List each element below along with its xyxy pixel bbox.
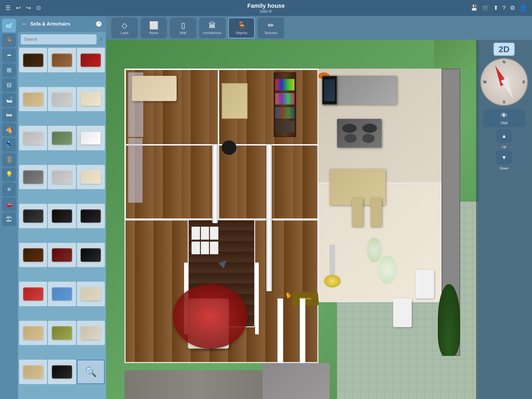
topbar-center: Family house 2680 ft² [247, 2, 285, 14]
furniture-item-7[interactable] [19, 126, 47, 150]
furniture-item-9[interactable] [77, 126, 105, 150]
sidebar-icon-table[interactable]: ━ [2, 48, 16, 62]
save-icon[interactable]: 💾 [471, 5, 478, 11]
sidebar-icon-outdoor[interactable]: ⛱ [2, 212, 16, 226]
topbar-right: 💾 🛒 ⬆ ? ⚙ 👤 [471, 5, 527, 11]
wall-inner-h [124, 144, 318, 146]
sidebar-icon-kitchen[interactable]: ⊞ [2, 63, 16, 77]
toolbar-objects[interactable]: 🪑 Objects [228, 18, 255, 38]
account-icon[interactable]: 👤 [519, 5, 527, 11]
furniture-item-4[interactable] [19, 87, 47, 111]
compass-needle-white [501, 78, 516, 100]
large-plant [438, 284, 460, 356]
left-panel: ← Sofa & Armchairs 🕐 ✕ [18, 16, 106, 399]
furniture-item-17[interactable] [48, 243, 76, 267]
bookshelf [274, 72, 296, 137]
cart-icon[interactable]: 🛒 [482, 5, 489, 11]
sidebar-icon-radiator[interactable]: ≡ [2, 182, 16, 196]
stove [337, 119, 382, 148]
sidebar-icon-ladder[interactable]: 🪜 [2, 153, 16, 167]
settings-icon[interactable]: ⚙ [510, 5, 515, 11]
photo-frames [192, 227, 221, 255]
sofa-topleft [132, 76, 177, 101]
furniture-item-18[interactable] [77, 243, 105, 267]
sidebar-icon-lamp[interactable]: 💡 [2, 168, 16, 181]
furniture-item-26[interactable] [48, 360, 76, 384]
furniture-item-22[interactable] [19, 321, 47, 345]
sidebar-icon-office[interactable]: 💺 [2, 138, 16, 152]
furniture-item-11[interactable] [48, 165, 76, 189]
furniture-item-27-search[interactable]: 🔍 [77, 360, 105, 384]
camera-icon[interactable]: ⊙ [36, 5, 41, 11]
furniture-item-16[interactable] [19, 243, 47, 267]
sidebar-icon-stove[interactable]: ⊟ [2, 78, 16, 92]
outdoor-chair-2 [415, 270, 434, 298]
furniture-item-24[interactable] [77, 321, 105, 345]
land-label: Land [121, 31, 128, 35]
app-subtitle: 2680 ft² [247, 9, 285, 14]
furniture-item-15[interactable] [77, 204, 105, 228]
furniture-item-8[interactable] [48, 126, 76, 150]
toolbar-wall[interactable]: ▯ Wall [170, 18, 196, 38]
front-path [124, 370, 274, 399]
pot [222, 140, 236, 155]
up-button[interactable]: ▲ [496, 129, 512, 143]
history-icon[interactable]: 🕐 [95, 21, 102, 27]
furniture-item-12[interactable] [77, 165, 105, 189]
furniture-item-23[interactable] [48, 321, 76, 345]
furniture-item-20[interactable] [48, 282, 76, 306]
sidebar-icon-bed[interactable]: 🛏 [2, 108, 16, 122]
search-clear-button[interactable]: ✕ [99, 36, 103, 43]
sidebar-icon-chair[interactable]: 🪑 [2, 34, 16, 47]
bar-stool-1 [352, 198, 363, 227]
toolbar-land[interactable]: ◇ Land [111, 18, 138, 38]
redo-icon[interactable]: ↪ [26, 5, 31, 11]
furniture-item-10[interactable] [19, 165, 47, 189]
sidebar-icon-vehicle[interactable]: 🚗 [2, 197, 16, 211]
visit-button[interactable]: 👁 Visit [483, 109, 525, 127]
furniture-item-5[interactable] [48, 87, 76, 111]
help-icon[interactable]: ? [502, 5, 506, 11]
porch-column-2 [300, 298, 305, 370]
search-bar: ✕ [18, 32, 106, 47]
search-input[interactable] [21, 34, 97, 44]
view-2d-button[interactable]: 2D [493, 43, 515, 56]
menu-icon[interactable]: ☰ [5, 5, 11, 11]
furniture-item-19[interactable] [19, 282, 47, 306]
architecture-label: Architecture [203, 31, 221, 35]
back-button[interactable]: ← [22, 20, 28, 27]
pillar-1 [212, 144, 218, 223]
up-arrow: ▲ [501, 133, 507, 139]
furniture-item-13[interactable] [19, 204, 47, 228]
furniture-item-2[interactable] [48, 48, 76, 72]
tv-screen [322, 76, 337, 105]
textures-label: Textures [264, 31, 277, 35]
item-grid: 🔍 [18, 47, 106, 399]
toolbar-textures[interactable]: ✏ Textures [257, 18, 284, 38]
furniture-item-25[interactable] [19, 360, 47, 384]
sidebar-icon-bath[interactable]: 🛁 [2, 93, 16, 107]
furniture-item-6[interactable] [77, 87, 105, 111]
cat-silhouette: 🐈 [285, 292, 292, 298]
furniture-item-1[interactable] [19, 48, 47, 72]
furniture-item-21[interactable] [77, 282, 105, 306]
house-visual[interactable]: Welcome 🐈 ▲ [106, 40, 479, 399]
visit-icon: 👁 [501, 111, 508, 120]
undo-icon[interactable]: ↩ [16, 5, 21, 11]
down-button[interactable]: ▼ [496, 151, 512, 164]
top-bar: ☰ ↩ ↪ ⊙ Family house 2680 ft² 💾 🛒 ⬆ ? ⚙ … [0, 0, 532, 16]
up-label: Up [502, 145, 506, 149]
toolbar-room[interactable]: ⬜ Room [140, 18, 167, 38]
wall-label: Wall [180, 31, 186, 35]
toolbar-architecture[interactable]: 🏛 Architecture [199, 18, 226, 38]
wall-icon: ▯ [181, 21, 185, 30]
topbar-left: ☰ ↩ ↪ ⊙ [5, 5, 41, 11]
bush-flowers [378, 255, 397, 284]
red-carpet [173, 284, 247, 349]
compass-circle: N S E W [480, 58, 528, 106]
sidebar-icon-sofa[interactable]: 🛋 [2, 19, 16, 32]
furniture-item-14[interactable] [48, 204, 76, 228]
sidebar-icon-toy[interactable]: 🐴 [2, 123, 16, 137]
furniture-item-3[interactable] [77, 48, 105, 72]
share-icon[interactable]: ⬆ [493, 5, 498, 11]
